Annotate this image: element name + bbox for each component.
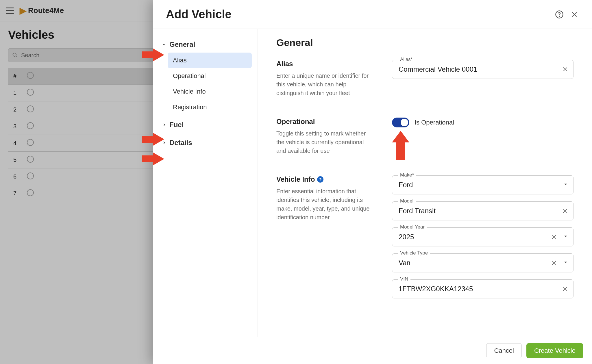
panel-title: Add Vehicle <box>166 8 549 21</box>
svg-marker-11 <box>392 131 409 160</box>
annotation-arrow-general <box>142 49 164 61</box>
panel-header: Add Vehicle <box>153 0 592 29</box>
nav-label-general: General <box>169 40 195 49</box>
model-input[interactable] <box>392 201 574 220</box>
type-label: Vehicle Type <box>398 250 430 256</box>
clear-icon[interactable] <box>562 66 568 73</box>
cancel-button[interactable]: Cancel <box>486 343 521 358</box>
annotation-arrow-details <box>142 153 164 165</box>
close-icon[interactable] <box>569 10 579 19</box>
field-row-operational: Operational Toggle this setting to mark … <box>276 118 574 155</box>
chevron-right-icon <box>162 122 166 127</box>
vehicle-info-title: Vehicle Info ? <box>276 175 375 183</box>
make-label: Make* <box>398 172 416 178</box>
nav-item-registration[interactable]: Registration <box>168 99 252 115</box>
content-area: General Alias Enter a unique name or ide… <box>258 29 592 337</box>
field-row-alias: Alias Enter a unique name or identifier … <box>276 60 574 97</box>
svg-marker-2 <box>142 49 164 61</box>
nav-section-general[interactable]: General <box>159 36 252 53</box>
clear-icon[interactable] <box>551 234 557 240</box>
operational-toggle-label: Is Operational <box>415 119 454 126</box>
vehicle-info-desc: Enter essential information that identif… <box>276 187 375 222</box>
operational-desc: Toggle this setting to mark whether the … <box>276 129 375 155</box>
operational-toggle[interactable] <box>392 118 409 127</box>
nav-item-vehicle-info[interactable]: Vehicle Info <box>168 84 252 99</box>
annotation-arrow-fuel <box>142 133 164 146</box>
info-icon[interactable]: ? <box>317 176 323 183</box>
clear-icon[interactable] <box>551 260 557 266</box>
annotation-arrow-toggle <box>392 131 409 160</box>
alias-label: Alias* <box>398 57 415 62</box>
svg-point-6 <box>559 16 560 16</box>
help-icon[interactable] <box>554 10 564 19</box>
nav-section-details[interactable]: Details <box>159 135 252 151</box>
clear-icon[interactable] <box>562 208 568 214</box>
year-select[interactable] <box>392 227 574 246</box>
panel-footer: Cancel Create Vehicle <box>153 337 592 364</box>
svg-marker-4 <box>142 153 164 165</box>
alias-desc: Enter a unique name or identifier for th… <box>276 71 375 97</box>
svg-marker-3 <box>142 133 164 146</box>
nav-item-alias[interactable]: Alias <box>168 53 252 68</box>
vin-input[interactable] <box>392 279 574 298</box>
type-select[interactable] <box>392 253 574 272</box>
nav-label-fuel: Fuel <box>169 121 184 129</box>
section-heading: General <box>276 37 574 48</box>
nav-label-details: Details <box>169 139 192 147</box>
nav-section-fuel[interactable]: Fuel <box>159 117 252 133</box>
operational-title: Operational <box>276 118 375 126</box>
vehicle-info-title-text: Vehicle Info <box>276 175 315 183</box>
clear-icon[interactable] <box>562 286 568 292</box>
field-row-vehicle-info: Vehicle Info ? Enter essential informati… <box>276 175 574 298</box>
make-select[interactable] <box>392 175 574 194</box>
add-vehicle-panel: Add Vehicle General Alias Operational Ve… <box>153 0 592 364</box>
chevron-down-icon <box>162 42 166 47</box>
side-nav: General Alias Operational Vehicle Info R… <box>153 29 258 337</box>
year-label: Model Year <box>398 224 427 230</box>
create-vehicle-button[interactable]: Create Vehicle <box>526 343 583 358</box>
alias-title: Alias <box>276 60 375 68</box>
vin-label: VIN <box>398 276 410 282</box>
model-label: Model <box>398 198 416 204</box>
nav-item-operational[interactable]: Operational <box>168 68 252 84</box>
alias-input[interactable] <box>392 60 574 79</box>
